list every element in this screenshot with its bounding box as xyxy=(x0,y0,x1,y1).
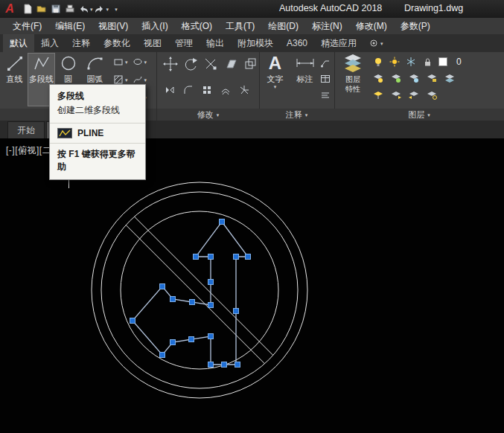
grip[interactable] xyxy=(235,362,240,368)
grip[interactable] xyxy=(189,337,194,342)
ribbon-tab-manage[interactable]: 管理 xyxy=(168,34,200,52)
menu-view[interactable]: 视图(V) xyxy=(92,18,135,34)
ribbon-tab-a360[interactable]: A360 xyxy=(280,34,314,52)
offset-button[interactable] xyxy=(220,85,231,95)
menu-modify[interactable]: 修改(M) xyxy=(349,18,394,34)
grip[interactable] xyxy=(208,362,214,368)
copy-button[interactable] xyxy=(243,57,258,71)
tab-start[interactable]: 开始 xyxy=(7,121,45,138)
text-button[interactable]: A 文字 ▾ xyxy=(262,54,288,106)
new-file-button[interactable] xyxy=(21,1,34,16)
grip[interactable] xyxy=(220,219,225,225)
fillet-button[interactable] xyxy=(183,85,194,95)
undo-caret-icon[interactable]: ▾ xyxy=(90,7,93,12)
move-button[interactable] xyxy=(163,57,178,71)
circle-label: 圆 xyxy=(64,74,72,84)
ribbon-options-button[interactable]: ▾ xyxy=(369,34,383,52)
explode-button[interactable] xyxy=(239,85,249,95)
copy-icon xyxy=(243,57,258,71)
annotate-panel-label: 注释 xyxy=(286,109,302,121)
redo-button[interactable]: ▾ xyxy=(94,1,109,16)
polyline-tooltip: 多段线 创建二维多段线 PLINE 按 F1 键获得更多帮助 xyxy=(49,84,146,180)
menu-file[interactable]: 文件(F) xyxy=(6,18,48,34)
layer-lock-tool-button[interactable] xyxy=(427,73,437,83)
layer-properties-button[interactable]: 图层 特性 xyxy=(337,54,369,106)
text-style-button[interactable] xyxy=(320,90,331,100)
ribbon-tab-featured-apps[interactable]: 精选应用 xyxy=(314,34,363,52)
selected-polyline-arrow[interactable] xyxy=(133,222,248,365)
layer-state-button[interactable] xyxy=(427,89,437,100)
array-button[interactable] xyxy=(202,85,212,95)
make-current-button[interactable] xyxy=(373,89,383,100)
ribbon-tab-insert[interactable]: 插入 xyxy=(34,34,66,52)
trim-button[interactable] xyxy=(203,57,218,71)
redo-caret-icon[interactable]: ▾ xyxy=(106,7,109,12)
menubar: 文件(F) 编辑(E) 视图(V) 插入(I) 格式(O) 工具(T) 绘图(D… xyxy=(0,18,504,34)
menu-format[interactable]: 格式(O) xyxy=(175,18,219,34)
ellipse-caret-icon: ▾ xyxy=(144,60,147,65)
layer-prev-button[interactable] xyxy=(409,89,419,100)
open-file-button[interactable] xyxy=(35,1,48,16)
tab-start-label: 开始 xyxy=(17,125,35,135)
line-button[interactable]: 直线 xyxy=(1,54,28,106)
plot-button[interactable] xyxy=(63,1,77,16)
sign-circle-1[interactable] xyxy=(101,192,298,388)
grip[interactable] xyxy=(194,254,199,260)
sign-circle-0[interactable] xyxy=(92,182,307,398)
drawing-canvas[interactable] xyxy=(0,138,504,433)
grip[interactable] xyxy=(190,300,195,305)
leader-button[interactable] xyxy=(320,57,331,68)
grip[interactable] xyxy=(170,297,176,302)
grip[interactable] xyxy=(130,318,135,324)
menu-tools[interactable]: 工具(T) xyxy=(219,18,261,34)
sign-circle-2[interactable] xyxy=(121,211,278,369)
autocad-logo-button[interactable]: A xyxy=(0,0,19,18)
ribbon-tab-view[interactable]: 视图 xyxy=(137,34,168,52)
grip[interactable] xyxy=(234,254,239,260)
model-space-canvas[interactable]: [-][俯视][二维线框] xyxy=(0,138,504,433)
grip[interactable] xyxy=(170,340,176,345)
modify-panel-label-button[interactable]: 修改 ▾ xyxy=(157,109,259,121)
menu-draw[interactable]: 绘图(D) xyxy=(261,18,305,34)
menu-edit[interactable]: 编辑(E) xyxy=(48,18,92,34)
menu-parametric[interactable]: 参数(P) xyxy=(394,18,437,34)
rotate-button[interactable] xyxy=(183,57,198,71)
layers-panel-label-button[interactable]: 图层 ▾ xyxy=(334,109,504,121)
menu-dimension[interactable]: 标注(N) xyxy=(305,18,349,34)
hatch-caret-icon: ▾ xyxy=(125,77,128,83)
grip[interactable] xyxy=(160,353,165,358)
save-button[interactable] xyxy=(49,1,63,16)
dimension-button[interactable]: 标注 xyxy=(292,54,318,106)
grip[interactable] xyxy=(208,254,214,260)
undo-button[interactable]: ▾ xyxy=(77,1,93,16)
sign-slash-0[interactable] xyxy=(134,216,272,355)
grip[interactable] xyxy=(208,334,214,339)
annotate-panel-label-button[interactable]: 注释 ▾ xyxy=(259,109,334,121)
ribbon-tab-parametric[interactable]: 参数化 xyxy=(97,34,137,52)
grip[interactable] xyxy=(208,280,214,285)
ribbon-tab-annotate[interactable]: 注释 xyxy=(66,34,97,52)
layer-match-button[interactable] xyxy=(444,73,455,83)
erase-button[interactable] xyxy=(223,57,238,71)
sign-slash-1[interactable] xyxy=(126,225,264,363)
mirror-button[interactable] xyxy=(165,85,175,95)
layer-walk-button[interactable] xyxy=(391,89,401,100)
ribbon-tab-output[interactable]: 输出 xyxy=(200,34,231,52)
grip[interactable] xyxy=(234,309,239,314)
grip[interactable] xyxy=(160,284,165,289)
layer-freeze-tool-button[interactable] xyxy=(409,73,419,83)
layer-off-button[interactable] xyxy=(373,73,383,83)
ellipse-tool-button[interactable]: ▾ xyxy=(131,56,149,68)
grip[interactable] xyxy=(246,254,251,260)
menu-insert[interactable]: 插入(I) xyxy=(135,18,174,34)
qat-customize-button[interactable]: ▾ xyxy=(109,1,123,16)
grip[interactable] xyxy=(222,362,227,368)
modify-panel-label: 修改 xyxy=(197,109,214,121)
layer-isolate-button[interactable] xyxy=(391,73,401,83)
table-button[interactable] xyxy=(320,74,331,84)
ribbon-tab-home[interactable]: 默认 xyxy=(3,34,34,52)
ribbon-tab-addins[interactable]: 附加模块 xyxy=(231,34,280,52)
rectangle-tool-button[interactable]: ▾ xyxy=(112,56,130,68)
grip[interactable] xyxy=(208,303,214,308)
layer-combo[interactable]: 0 xyxy=(373,57,462,67)
